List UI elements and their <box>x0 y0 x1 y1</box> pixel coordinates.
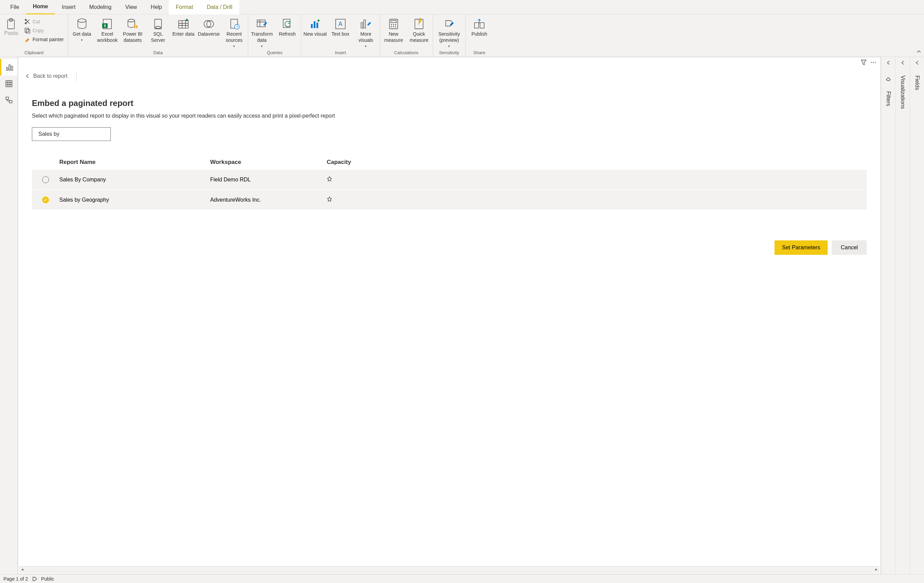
menu-modeling[interactable]: Modeling <box>82 0 118 15</box>
ribbon-collapse-button[interactable] <box>916 49 921 55</box>
cell-name: Sales by Geography <box>59 197 210 203</box>
scroll-right-icon[interactable]: ▸ <box>874 567 879 572</box>
search-input[interactable] <box>38 131 107 137</box>
table-row[interactable]: Sales by Geography AdventureWorks Inc. <box>32 190 867 210</box>
chevron-down-icon: ▾ <box>448 44 450 48</box>
ribbon-group-data: Get data ▾ X Excel workbook Power BI dat… <box>68 15 248 56</box>
visualizations-label: Visualizations <box>900 76 906 109</box>
svg-rect-24 <box>317 23 318 28</box>
group-label-insert: Insert <box>303 50 378 56</box>
new-visual-button[interactable]: New visual <box>303 17 327 38</box>
premium-icon <box>327 176 332 182</box>
sql-label: SQL Server <box>147 31 170 43</box>
quick-measure-button[interactable]: Quick measure <box>407 17 431 45</box>
pbi-datasets-button[interactable]: Power BI datasets <box>120 17 145 45</box>
cell-name: Sales By Company <box>59 177 210 183</box>
file-clock-icon <box>228 18 240 30</box>
radio-selected[interactable] <box>42 197 49 203</box>
model-view-button[interactable] <box>0 92 18 108</box>
tag-small-icon <box>32 576 37 581</box>
publish-button[interactable]: Publish <box>467 17 492 38</box>
svg-rect-28 <box>364 20 365 28</box>
filters-label: Filters <box>885 91 891 106</box>
svg-point-33 <box>395 24 396 25</box>
chevron-down-icon: ▾ <box>365 44 366 48</box>
svg-rect-43 <box>6 81 12 87</box>
sensitivity-button[interactable]: Sensitivity (preview) ▾ <box>434 17 464 50</box>
refresh-button[interactable]: Refresh <box>275 17 300 38</box>
more-icon[interactable] <box>870 59 876 66</box>
report-view-button[interactable] <box>0 59 18 76</box>
fields-pane[interactable]: Fields <box>909 57 924 574</box>
publish-label: Publish <box>472 31 487 37</box>
chevron-down-icon: ▾ <box>233 44 235 48</box>
filter-icon[interactable] <box>861 59 867 66</box>
new-measure-button[interactable]: New measure <box>381 17 406 45</box>
menu-data-drill[interactable]: Data / Drill <box>200 0 239 15</box>
dataverse-button[interactable]: Dataverse <box>196 17 221 38</box>
visualizations-pane[interactable]: Visualizations <box>895 57 909 574</box>
canvas: Back to report Embed a paginated report … <box>18 57 881 574</box>
ribbon-group-calculations: New measure Quick measure Calculations <box>380 15 433 56</box>
eraser-icon[interactable] <box>886 76 891 81</box>
svg-rect-11 <box>134 23 135 28</box>
svg-rect-42 <box>11 66 13 70</box>
chevron-left-icon[interactable] <box>886 60 891 65</box>
menu-home[interactable]: Home <box>26 0 55 15</box>
get-data-button[interactable]: Get data ▾ <box>69 17 94 43</box>
scroll-left-icon[interactable]: ◂ <box>20 567 25 572</box>
back-link[interactable]: Back to report <box>33 73 68 79</box>
ribbon-group-insert: New visual A Text box More visuals ▾ Ins… <box>301 15 380 56</box>
cancel-button[interactable]: Cancel <box>832 240 867 255</box>
search-box[interactable] <box>32 127 111 141</box>
tag-icon <box>443 18 455 30</box>
filters-pane[interactable]: Filters <box>881 57 895 574</box>
radio-unselected[interactable] <box>42 176 49 183</box>
cut-button[interactable]: Cut <box>23 18 65 25</box>
sensitivity-label: Sensitivity (preview) <box>435 31 463 43</box>
horizontal-scrollbar[interactable]: ◂ ▸ <box>20 566 879 572</box>
copy-button[interactable]: Copy <box>23 27 65 34</box>
more-visuals-label: More visuals <box>354 31 378 43</box>
model-icon <box>5 96 13 104</box>
table-icon <box>5 80 13 88</box>
text-box-label: Text box <box>332 31 349 37</box>
chevron-down-icon: ▾ <box>261 44 262 48</box>
sql-button[interactable]: SQL Server <box>146 17 170 45</box>
data-view-button[interactable] <box>0 76 18 92</box>
quick-measure-label: Quick measure <box>407 31 431 43</box>
paste-button[interactable]: Paste <box>2 17 21 38</box>
svg-rect-23 <box>314 21 315 28</box>
more-visuals-button[interactable]: More visuals ▾ <box>353 17 378 50</box>
menu-format[interactable]: Format <box>169 0 200 15</box>
format-painter-button[interactable]: Format painter <box>23 36 65 43</box>
excel-button[interactable]: X Excel workbook <box>95 17 120 45</box>
chart-pencil-icon <box>360 18 372 30</box>
chevron-left-icon[interactable] <box>915 60 919 65</box>
menu-view[interactable]: View <box>118 0 144 15</box>
menu-insert[interactable]: Insert <box>55 0 82 15</box>
recent-label: Recent sources <box>223 31 246 43</box>
chevron-left-icon[interactable] <box>900 60 905 65</box>
transform-data-button[interactable]: Transform data ▾ <box>249 17 274 50</box>
text-box-button[interactable]: A Text box <box>328 17 353 38</box>
table-row[interactable]: Sales By Company Field Demo RDL <box>32 170 867 190</box>
svg-text:A: A <box>338 21 343 27</box>
brush-icon <box>24 36 31 43</box>
svg-rect-27 <box>361 23 363 28</box>
enter-data-button[interactable]: Enter data <box>171 17 196 38</box>
cut-label: Cut <box>33 19 40 24</box>
chevron-up-icon <box>916 49 921 54</box>
menu-file[interactable]: File <box>3 0 26 15</box>
recent-sources-button[interactable]: Recent sources ▾ <box>222 17 246 50</box>
ribbon-group-clipboard: Paste Cut Copy Format painter Clipboard <box>0 15 68 56</box>
calculator-bolt-icon <box>413 18 425 30</box>
svg-rect-40 <box>7 68 8 70</box>
menu-help[interactable]: Help <box>144 0 169 15</box>
calculator-icon <box>388 18 400 30</box>
refresh-label: Refresh <box>279 31 295 37</box>
excel-label: Excel workbook <box>96 31 119 43</box>
group-label-share: Share <box>467 50 492 56</box>
chevron-left-icon[interactable] <box>25 74 30 79</box>
set-parameters-button[interactable]: Set Parameters <box>774 240 828 255</box>
